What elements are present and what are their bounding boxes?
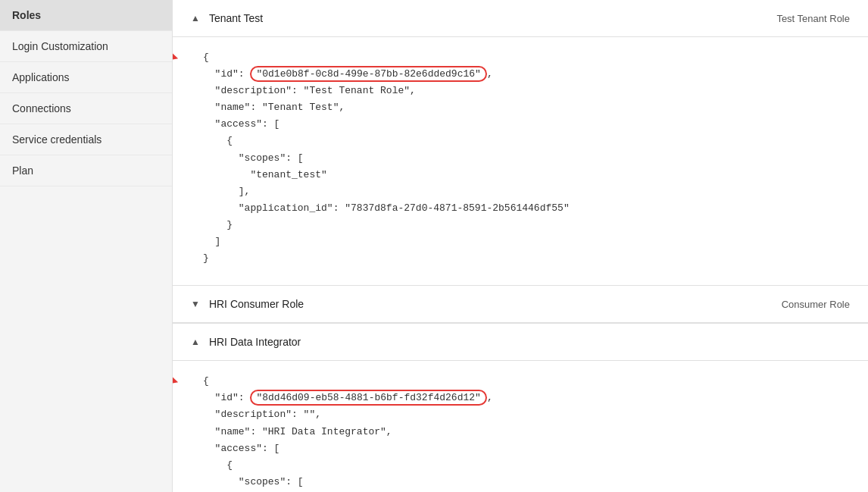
sidebar-item-connections[interactable]: Connections [0, 93, 172, 124]
role-hri-consumer-header[interactable]: ▼ HRI Consumer Role Consumer Role [173, 286, 868, 323]
tenant-test-id: "0d1e0b8f-0c8d-499e-87bb-82e6dded9c16" [250, 66, 486, 82]
sidebar-item-login-customization[interactable]: Login Customization [0, 31, 172, 62]
sidebar-item-applications[interactable]: Applications [0, 62, 172, 93]
chevron-down-icon[interactable]: ▼ [191, 299, 200, 309]
hri-integrator-id: "8dd46d09-eb58-4881-b6bf-fd32f4d26d12" [250, 390, 486, 406]
role-hri-data-integrator: ▲ HRI Data Integrator { "id": "8dd46d09-… [173, 324, 868, 492]
role-tenant-test-body: { "id": "0d1e0b8f-0c8d-499e-87bb-82e6dde… [173, 37, 868, 285]
sidebar-item-roles[interactable]: Roles [0, 0, 172, 31]
role-tenant-test-header[interactable]: ▲ Tenant Test Test Tenant Role [173, 0, 868, 37]
main-content: ▲ Tenant Test Test Tenant Role { "id": "… [173, 0, 868, 492]
role-hri-data-integrator-header[interactable]: ▲ HRI Data Integrator [173, 324, 868, 361]
role-tenant-test: ▲ Tenant Test Test Tenant Role { "id": "… [173, 0, 868, 286]
chevron-up-icon[interactable]: ▲ [191, 13, 200, 24]
sidebar-item-plan[interactable]: Plan [0, 155, 172, 186]
role-hri-consumer: ▼ HRI Consumer Role Consumer Role [173, 286, 868, 324]
sidebar: Roles Login Customization Applications C… [0, 0, 173, 492]
role-hri-data-integrator-body: { "id": "8dd46d09-eb58-4881-b6bf-fd32f4d… [173, 361, 868, 492]
sidebar-item-service-credentials[interactable]: Service credentials [0, 124, 172, 155]
chevron-up-icon-2[interactable]: ▲ [191, 337, 200, 347]
